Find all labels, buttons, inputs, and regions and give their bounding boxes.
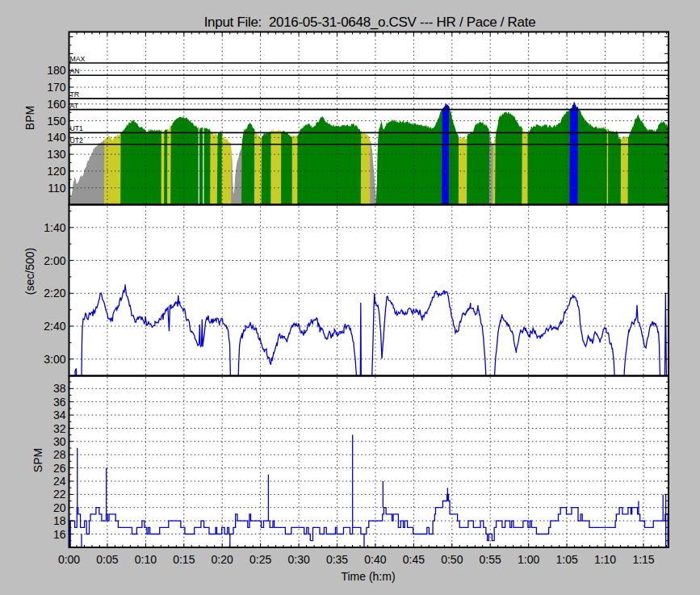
svg-text:0:50: 0:50 <box>441 553 463 566</box>
svg-text:1:00: 1:00 <box>518 553 539 566</box>
svg-text:1:10: 1:10 <box>594 553 616 566</box>
svg-text:AN: AN <box>70 67 80 75</box>
svg-text:0:55: 0:55 <box>480 553 501 566</box>
svg-text:20: 20 <box>53 501 66 514</box>
svg-text:AT: AT <box>70 102 79 110</box>
svg-text:2:20: 2:20 <box>44 287 65 300</box>
svg-text:22: 22 <box>53 488 66 501</box>
svg-text:110: 110 <box>48 182 66 195</box>
svg-text:36: 36 <box>53 396 66 409</box>
svg-text:1:15: 1:15 <box>632 553 654 566</box>
svg-text:120: 120 <box>47 165 66 178</box>
svg-text:MAX: MAX <box>70 55 86 63</box>
svg-text:2:40: 2:40 <box>44 320 65 333</box>
svg-text:0:35: 0:35 <box>326 553 348 566</box>
svg-text:Input File: 2016-05-31-0648_o: Input File: 2016-05-31-0648_o.CSV --- HR… <box>204 15 536 30</box>
svg-text:0:20: 0:20 <box>212 553 233 566</box>
svg-text:0:10: 0:10 <box>135 553 157 566</box>
svg-text:Time (h:m): Time (h:m) <box>341 570 395 583</box>
svg-text:180: 180 <box>47 64 66 77</box>
svg-text:1:05: 1:05 <box>555 553 577 566</box>
svg-text:38: 38 <box>53 382 66 395</box>
svg-text:2:00: 2:00 <box>44 254 65 267</box>
svg-text:(sec/500): (sec/500) <box>23 248 36 295</box>
svg-text:BPM: BPM <box>23 106 36 130</box>
svg-text:150: 150 <box>47 115 66 128</box>
svg-text:0:15: 0:15 <box>173 553 195 566</box>
svg-text:28: 28 <box>53 448 66 461</box>
svg-text:0:45: 0:45 <box>403 553 425 566</box>
svg-text:SPM: SPM <box>31 448 44 472</box>
svg-text:0:25: 0:25 <box>249 553 271 566</box>
svg-text:160: 160 <box>47 98 66 111</box>
svg-text:34: 34 <box>53 409 66 421</box>
svg-text:130: 130 <box>47 148 66 161</box>
svg-text:16: 16 <box>53 528 66 541</box>
svg-text:0:40: 0:40 <box>364 553 386 566</box>
svg-text:UT1: UT1 <box>70 124 84 132</box>
svg-text:0:30: 0:30 <box>287 553 309 566</box>
svg-text:30: 30 <box>53 435 66 448</box>
svg-text:26: 26 <box>53 462 66 475</box>
svg-text:0:05: 0:05 <box>96 553 118 566</box>
svg-text:18: 18 <box>53 514 66 527</box>
svg-text:140: 140 <box>47 131 66 144</box>
svg-text:3:00: 3:00 <box>44 353 65 366</box>
svg-text:1:40: 1:40 <box>44 221 65 234</box>
svg-text:TR: TR <box>70 90 80 98</box>
svg-text:0:00: 0:00 <box>58 553 80 566</box>
svg-text:24: 24 <box>53 475 66 488</box>
svg-text:170: 170 <box>47 81 66 94</box>
svg-text:32: 32 <box>53 422 66 435</box>
